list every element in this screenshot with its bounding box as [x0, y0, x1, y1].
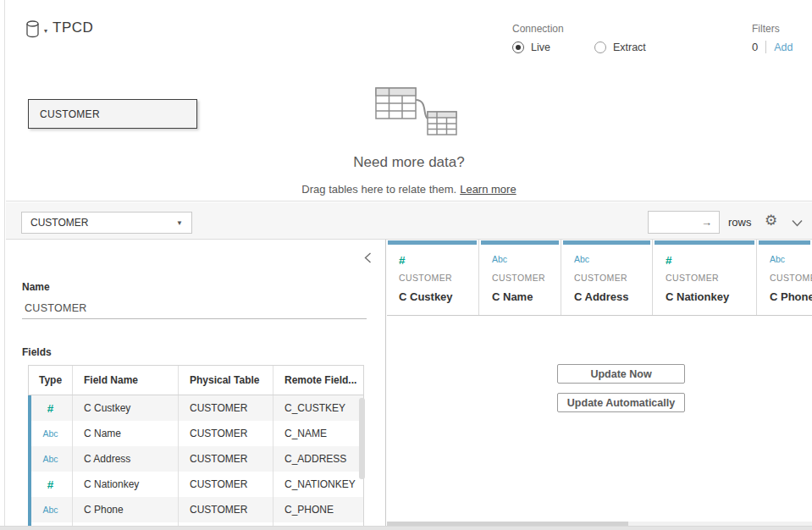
column-field-label: C Nationkey: [666, 290, 729, 303]
grid-column-header[interactable]: Abc CUSTOMER C Address: [562, 240, 653, 315]
number-type-icon: #: [399, 254, 406, 267]
rows-count-input[interactable]: →: [648, 211, 720, 234]
column-table-label: CUSTOMER: [666, 273, 719, 283]
filters-label: Filters: [752, 23, 793, 35]
grid-column-header[interactable]: # CUSTOMER C Nationkey: [654, 240, 757, 315]
grid-column-header[interactable]: Abc CUSTOMER C Name: [480, 240, 561, 315]
remote-field-cell: C_ADDRESS: [273, 446, 363, 472]
chevron-down-icon[interactable]: [792, 215, 803, 230]
remote-field-cell: C_NAME: [273, 421, 363, 446]
fields-label: Fields: [22, 346, 52, 358]
update-now-button[interactable]: Update Now: [557, 364, 685, 384]
datasource-page: ▾ TPCD Connection Live Extract Filters 0…: [0, 0, 812, 530]
column-field-label: C Phone: [770, 290, 812, 303]
connection-label: Connection: [512, 23, 646, 35]
fields-table-scrollbar[interactable]: [359, 398, 365, 479]
field-name-cell: C Name: [73, 421, 179, 446]
field-name-cell: C Phone: [73, 497, 179, 522]
table-details-toolbar: CUSTOMER ▼ → rows ⚙: [6, 202, 812, 240]
column-table-label: CUSTOMER: [492, 273, 545, 283]
column-accent-bar: [388, 240, 477, 245]
filters-count: 0: [752, 41, 758, 53]
number-type-icon: #: [666, 254, 672, 267]
column-table-label: CUSTOMER: [770, 273, 812, 283]
empty-state-title: Need more data?: [240, 154, 578, 171]
related-tables-icon: [368, 81, 458, 141]
string-type-icon: Abc: [770, 254, 785, 264]
number-type-icon: #: [47, 478, 54, 491]
column-field-label: C Address: [574, 290, 629, 303]
relationship-canvas: ▾ TPCD Connection Live Extract Filters 0…: [6, 0, 812, 202]
name-label: Name: [22, 281, 50, 293]
gear-icon[interactable]: ⚙: [765, 212, 777, 229]
remote-field-cell: C_NATIONKEY: [273, 472, 363, 497]
string-type-icon: Abc: [42, 454, 58, 464]
filters-section: Filters 0 Add: [752, 23, 793, 53]
table-name-input[interactable]: CUSTOMER: [22, 297, 367, 319]
column-accent-bar: [481, 240, 559, 245]
field-metadata-panel: Name CUSTOMER Fields Type Field Name Phy…: [6, 240, 386, 530]
physical-table-cell: CUSTOMER: [179, 472, 273, 497]
string-type-icon: Abc: [42, 505, 58, 515]
selected-rows-accent-bar: [28, 395, 31, 528]
field-name-cell: C Address: [73, 446, 179, 472]
field-name-cell: C Nationkey: [73, 472, 179, 497]
grid-column-header[interactable]: Abc CUSTOMER C Phone: [758, 240, 812, 315]
string-type-icon: Abc: [492, 254, 507, 264]
table-row[interactable]: Abc C Name CUSTOMER C_NAME: [29, 421, 363, 446]
column-accent-bar: [655, 240, 754, 245]
col-header-field-name[interactable]: Field Name: [73, 366, 179, 395]
string-type-icon: Abc: [42, 428, 58, 439]
divider: [765, 41, 766, 53]
fields-table: Type Field Name Physical Table Remote Fi…: [28, 365, 364, 528]
column-field-label: C Custkey: [399, 290, 453, 303]
radio-extract[interactable]: [594, 41, 606, 53]
datasource-menu-button[interactable]: ▾: [25, 20, 54, 41]
learn-more-link[interactable]: Learn more: [460, 183, 516, 196]
radio-extract-label[interactable]: Extract: [613, 41, 646, 53]
number-type-icon: #: [47, 402, 54, 415]
physical-table-cell: CUSTOMER: [179, 497, 273, 522]
table-row[interactable]: Abc C Phone CUSTOMER C_PHONE: [29, 497, 363, 522]
datasource-title: TPCD: [52, 19, 93, 36]
grid-column-header[interactable]: # CUSTOMER C Custkey: [387, 240, 479, 315]
column-field-label: C Name: [492, 290, 533, 303]
col-header-remote-field[interactable]: Remote Field...: [273, 366, 363, 395]
remote-field-cell: C_PHONE: [273, 497, 363, 522]
left-pane-edge: [0, 0, 5, 530]
field-name-cell: C Custkey: [73, 395, 179, 421]
dropdown-caret-icon: ▼: [176, 219, 183, 227]
physical-table-cell: CUSTOMER: [179, 446, 273, 472]
column-table-label: CUSTOMER: [574, 273, 627, 283]
col-header-type[interactable]: Type: [29, 366, 73, 395]
connection-section: Connection Live Extract: [512, 23, 646, 53]
divider: [387, 315, 812, 316]
arrow-right-icon: →: [701, 216, 712, 229]
table-node-customer[interactable]: CUSTOMER: [28, 99, 197, 129]
database-icon: [25, 20, 54, 38]
update-automatically-button[interactable]: Update Automatically: [557, 393, 685, 412]
collapse-panel-icon[interactable]: [364, 251, 372, 267]
physical-table-cell: CUSTOMER: [179, 395, 273, 421]
bottom-scrollbar-strip: [0, 526, 812, 530]
column-accent-bar: [563, 240, 650, 245]
column-table-label: CUSTOMER: [399, 273, 452, 283]
remote-field-cell: C_CUSTKEY: [273, 395, 363, 421]
column-accent-bar: [759, 240, 810, 245]
fields-table-header: Type Field Name Physical Table Remote Fi…: [29, 366, 363, 395]
col-header-physical-table[interactable]: Physical Table: [179, 366, 273, 395]
data-preview-grid: # CUSTOMER C Custkey Abc CUSTOMER C Name…: [387, 240, 812, 530]
filters-add-link[interactable]: Add: [774, 41, 793, 53]
radio-live[interactable]: [512, 41, 524, 53]
string-type-icon: Abc: [574, 254, 589, 264]
chevron-down-icon: ▾: [44, 27, 47, 35]
table-row[interactable]: Abc C Address CUSTOMER C_ADDRESS: [29, 446, 363, 472]
table-row[interactable]: # C Nationkey CUSTOMER C_NATIONKEY: [29, 472, 363, 497]
physical-table-cell: CUSTOMER: [179, 421, 273, 446]
table-row[interactable]: # C Custkey CUSTOMER C_CUSTKEY: [29, 395, 363, 421]
table-selector-dropdown[interactable]: CUSTOMER ▼: [21, 212, 192, 234]
empty-state-subtitle: Drag tables here to relate them.Learn mo…: [197, 183, 621, 196]
rows-label: rows: [728, 216, 751, 229]
radio-live-label[interactable]: Live: [531, 41, 550, 53]
